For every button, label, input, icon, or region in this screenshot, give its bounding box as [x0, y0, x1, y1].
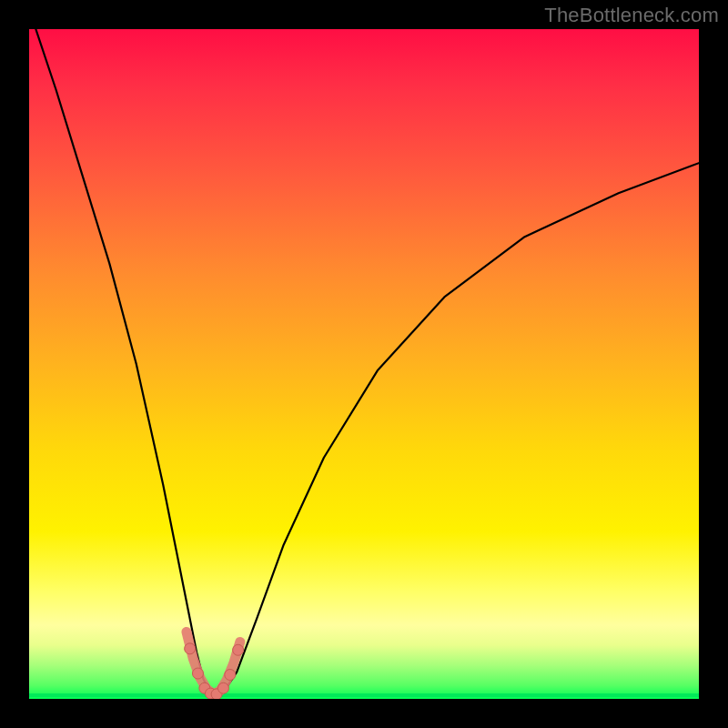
- curve-layer: [29, 29, 699, 699]
- bottleneck-curve: [29, 29, 699, 695]
- trough-point: [217, 682, 228, 693]
- trough-point: [185, 643, 196, 654]
- chart-frame: TheBottleneck.com: [0, 0, 728, 728]
- trough-point: [225, 670, 236, 681]
- trough-point: [192, 668, 203, 679]
- watermark-text: TheBottleneck.com: [544, 4, 719, 27]
- trough-point: [233, 644, 244, 655]
- plot-area: [29, 29, 699, 699]
